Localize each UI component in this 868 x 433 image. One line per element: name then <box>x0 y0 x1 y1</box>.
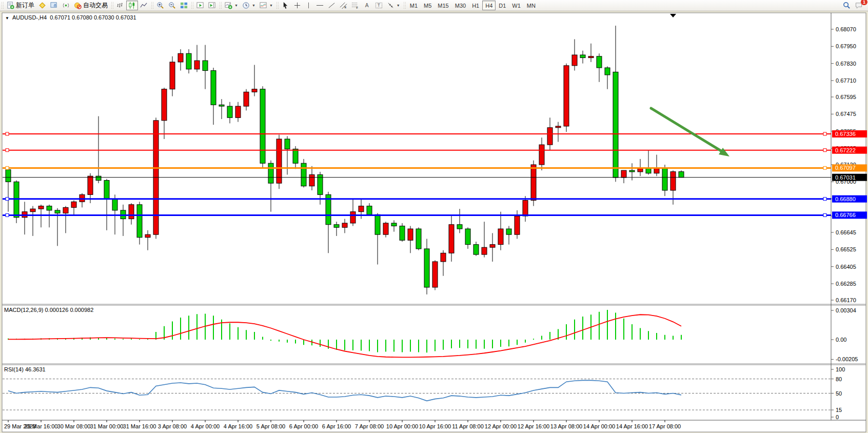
text-label-button[interactable]: T <box>373 1 385 10</box>
candle-bull <box>309 174 314 186</box>
vertical-line-icon <box>305 2 312 9</box>
candle-bull <box>556 126 561 128</box>
notification-badge: 1 <box>861 0 867 5</box>
toolbar-grip[interactable] <box>1 2 4 10</box>
timeframe-button-h4[interactable]: H4 <box>482 1 496 10</box>
toolbar-grip[interactable] <box>191 2 193 10</box>
toolbar-grip[interactable] <box>219 2 222 10</box>
chart-menu-triangle-icon[interactable]: ▼ <box>5 16 9 21</box>
tile-windows-button[interactable] <box>178 1 190 10</box>
svg-text:0.67710: 0.67710 <box>836 77 856 84</box>
svg-text:6 Apr 16:00: 6 Apr 16:00 <box>322 423 351 429</box>
candlestick-chart-button[interactable] <box>126 1 138 10</box>
text-icon: A <box>363 2 371 9</box>
vertical-line-button[interactable] <box>303 1 314 10</box>
metaeditor-icon <box>50 2 58 9</box>
pane-splitter-rsi[interactable] <box>0 363 868 365</box>
pane-splitter-macd[interactable] <box>0 303 868 306</box>
svg-text:14 Apr 16:00: 14 Apr 16:00 <box>616 423 648 429</box>
templates-button[interactable]: ▼ <box>258 1 275 10</box>
autotrading-button[interactable]: 自动交易 <box>72 1 110 10</box>
candle-bull <box>621 170 626 178</box>
svg-text:100: 100 <box>836 366 845 372</box>
candle-bear <box>268 163 273 183</box>
svg-text:17 Apr 08:00: 17 Apr 08:00 <box>649 423 681 429</box>
indicators-button[interactable]: ▼ <box>223 1 240 10</box>
hline-handle[interactable] <box>823 198 826 201</box>
candle-bear <box>424 249 429 287</box>
chart-shift-button[interactable] <box>206 1 218 10</box>
trendline-icon <box>328 2 336 9</box>
hline-handle[interactable] <box>823 149 826 152</box>
candle-bull <box>38 206 44 209</box>
zoom-out-button[interactable] <box>166 1 178 10</box>
market-watch-button[interactable] <box>36 1 48 10</box>
svg-text:0.66170: 0.66170 <box>836 297 856 303</box>
candle-bull <box>88 176 93 194</box>
candle-bull <box>129 205 134 219</box>
candle-bull <box>350 212 356 223</box>
template-icon <box>260 2 267 9</box>
chart-window[interactable]: 0.680700.679500.678300.677100.675950.674… <box>0 11 868 433</box>
timeframe-button-m1[interactable]: M1 <box>407 1 421 10</box>
horizontal-line-button[interactable] <box>314 1 326 10</box>
trendline-button[interactable] <box>326 1 338 10</box>
toolbar-grip[interactable] <box>276 2 279 10</box>
svg-text:-0.00205: -0.00205 <box>836 356 858 362</box>
search-button[interactable] <box>841 1 853 10</box>
hline-handle[interactable] <box>6 132 9 135</box>
zoom-in-button[interactable] <box>154 1 166 10</box>
bar-chart-button[interactable] <box>114 1 126 10</box>
svg-text:12 Apr 16:00: 12 Apr 16:00 <box>518 423 549 429</box>
notifications-button[interactable]: 1 <box>853 1 865 10</box>
candle-bear <box>260 89 265 164</box>
new-order-button[interactable]: 新订单 <box>5 1 36 10</box>
hline-handle[interactable] <box>823 213 826 216</box>
toolbar-grip[interactable] <box>111 2 113 10</box>
candle-bear <box>679 172 684 178</box>
candle-bull <box>408 229 413 240</box>
svg-text:29 Mar 16:00: 29 Mar 16:00 <box>25 423 58 429</box>
timeframe-button-mn[interactable]: MN <box>524 1 539 10</box>
hline-handle[interactable] <box>823 166 826 169</box>
timeframe-button-h1[interactable]: H1 <box>469 1 482 10</box>
hline-handle[interactable] <box>6 213 9 216</box>
timeframe-button-m5[interactable]: M5 <box>421 1 435 10</box>
arrows-button[interactable]: ▼ <box>385 1 402 10</box>
autotrading-label: 自动交易 <box>83 1 108 10</box>
equidistant-channel-button[interactable]: E <box>338 1 349 10</box>
svg-text:4 Apr 00:00: 4 Apr 00:00 <box>191 423 220 429</box>
periods-button[interactable]: ▼ <box>240 1 258 10</box>
crosshair-button[interactable] <box>291 1 303 10</box>
chart-canvas[interactable]: 0.680700.679500.678300.677100.675950.674… <box>0 11 868 433</box>
svg-text:0.67830: 0.67830 <box>836 61 856 67</box>
hline-handle[interactable] <box>823 132 826 135</box>
zoom-in-icon <box>156 2 164 9</box>
text-button[interactable]: A <box>361 1 373 10</box>
line-chart-button[interactable] <box>138 1 150 10</box>
timeframe-button-w1[interactable]: W1 <box>509 1 524 10</box>
candle-bear <box>227 106 232 117</box>
toolbar-grip[interactable] <box>403 2 406 10</box>
hline-handle[interactable] <box>6 166 9 169</box>
hline-handle[interactable] <box>6 149 9 152</box>
hline-handle[interactable] <box>6 198 9 201</box>
svg-text:7 Apr 08:00: 7 Apr 08:00 <box>355 423 384 429</box>
auto-scroll-button[interactable] <box>194 1 206 10</box>
cursor-button[interactable] <box>280 1 291 10</box>
candle-bear <box>506 229 511 234</box>
candle-bull <box>235 106 241 117</box>
timeframe-button-d1[interactable]: D1 <box>496 1 509 10</box>
signals-button[interactable] <box>60 1 72 10</box>
timeframe-button-m30[interactable]: M30 <box>452 1 469 10</box>
horizontal-line-icon <box>316 2 324 9</box>
metaeditor-button[interactable] <box>48 1 60 10</box>
candle-bear <box>96 176 101 180</box>
fibonacci-icon: F <box>351 2 359 9</box>
timeframe-button-m15[interactable]: M15 <box>435 1 451 10</box>
toolbar-grip[interactable] <box>151 2 153 10</box>
svg-text:3 Apr 08:00: 3 Apr 08:00 <box>158 423 187 429</box>
svg-text:0.00: 0.00 <box>836 337 846 343</box>
autotrading-icon <box>74 2 82 9</box>
fibonacci-button[interactable]: F <box>349 1 361 10</box>
